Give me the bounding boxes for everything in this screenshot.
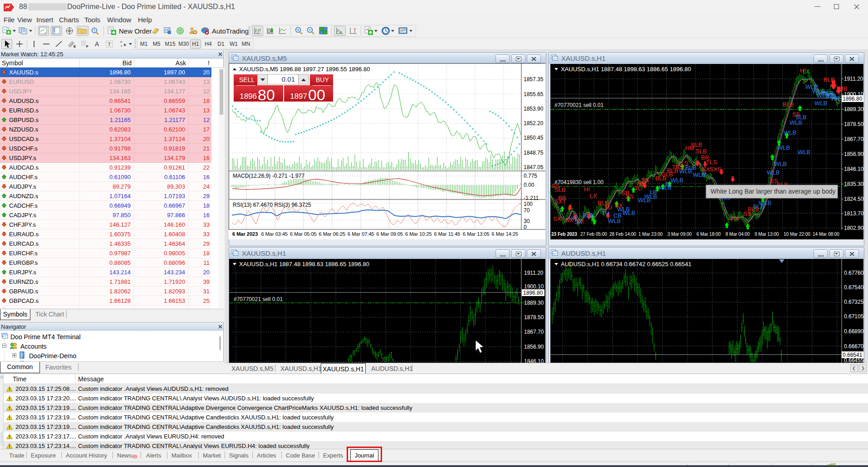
svg-text:E: E — [74, 44, 76, 48]
svg-text:A: A — [95, 40, 99, 48]
svg-text:F: F — [86, 44, 88, 48]
svg-text:T: T — [108, 42, 111, 47]
